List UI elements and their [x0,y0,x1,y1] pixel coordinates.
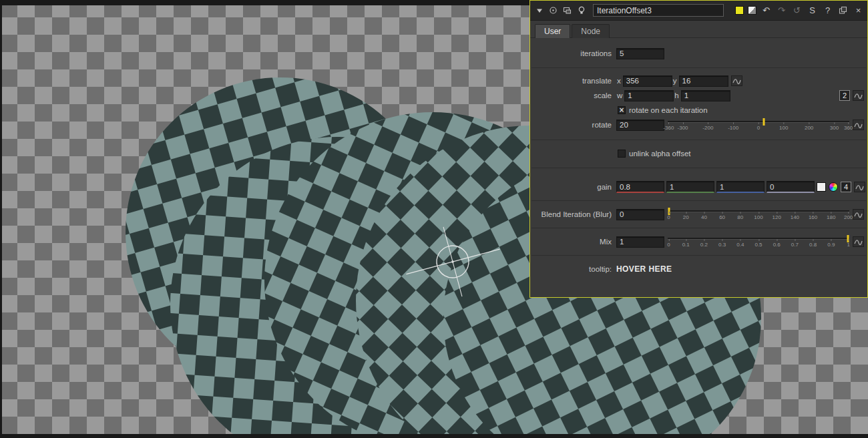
nuke-window: ↶ ↷ ↺ S ? × User Node iterations transla… [0,0,868,438]
tooltip-label: tooltip: [530,265,616,273]
slider-tick: 60 [719,214,725,220]
translate-y-input[interactable] [679,75,728,87]
slider-tick: -360 [663,125,674,131]
slider-tick: 0.6 [773,242,781,248]
slider-tick: -200 [702,125,713,131]
slider-tick: 40 [701,214,707,220]
separator [531,255,866,256]
blend-slider[interactable]: 0 20 40 60 80 100 120 140 160 180 200 [668,208,849,221]
rotate-label: rotate [530,121,616,129]
scale-row: scale w h 2 [530,88,867,103]
panel-tabs: User Node [530,21,867,38]
close-icon[interactable]: × [853,5,864,16]
iterations-row: iterations [530,46,867,61]
rotate-check-row: × rotate on each itaration [530,103,867,118]
slider-tick: 180 [827,214,835,220]
rotate-slider[interactable]: -360 -300 -200 -100 0 100 200 300 360 [668,118,849,132]
gain-a-input[interactable] [767,181,815,193]
slider-tick: 0.4 [736,242,744,248]
slider-tick: 0.1 [682,242,690,248]
gain-g-input[interactable] [666,181,714,193]
scale-w-input[interactable] [624,90,674,101]
rotate-input[interactable] [616,120,664,131]
slider-tick: 0.5 [754,242,762,248]
unlink-alpha-checkbox[interactable]: × [618,150,626,158]
tab-node[interactable]: Node [572,24,610,38]
slider-tick: 360 [844,125,853,131]
slider-tick: 0.7 [791,242,799,248]
node-name-input[interactable] [593,4,724,17]
slider-tick: 80 [737,214,743,220]
slider-tick: 1 [847,242,849,248]
float-window-icon[interactable] [562,5,573,16]
color-sample-swatch[interactable] [817,182,826,192]
gain-label: gain [530,183,616,191]
rotate-each-iteration-checkbox[interactable]: × [618,106,626,114]
slider-tick: 200 [844,214,853,220]
gain-b-input[interactable] [716,181,765,193]
translate-x-axis-label: x [616,77,623,85]
gain-channels-button[interactable]: 4 [841,182,851,192]
unlink-alpha-label: unlink alpha offset [626,150,691,158]
scale-h-input[interactable] [681,90,730,101]
mix-row: Mix 0 0.1 0.2 0.3 0.4 0.5 0.6 0.7 0.8 0.… [530,234,867,249]
node-color-swatch[interactable] [735,6,744,15]
revert-icon[interactable]: ↺ [791,5,803,16]
checkbox-check-icon: × [619,107,624,114]
slider-tick: 0.8 [809,242,817,248]
mix-label: Mix [530,238,616,246]
blend-animation-icon[interactable] [853,209,864,220]
translate-animation-icon[interactable] [731,75,742,86]
blend-input[interactable] [616,209,664,220]
mix-slider[interactable]: 0 0.1 0.2 0.3 0.4 0.5 0.6 0.7 0.8 0.9 1 [668,235,849,248]
slider-tick: 0.3 [718,242,726,248]
translate-label: translate [530,77,616,85]
slider-tick: 0 [667,242,670,248]
mix-input[interactable] [616,236,664,248]
slider-tick: 0.2 [700,242,708,248]
slider-tick: 20 [683,214,689,220]
color-wheel-icon[interactable] [829,182,838,192]
blend-label: Blend Iteration (Blur) [530,210,616,218]
lightbulb-icon[interactable] [576,5,587,16]
titlebar-right-icons: ↶ ↷ ↺ S ? × [735,5,864,16]
rotate-slider-marker[interactable] [763,118,765,126]
separator [531,67,866,68]
tooltip-value[interactable]: HOVER HERE [616,264,672,274]
gain-r-input[interactable] [616,181,664,193]
help-icon[interactable]: ? [822,5,833,16]
panel-color-swatch[interactable] [748,6,756,15]
iterations-input[interactable] [616,48,664,59]
center-node-icon[interactable] [548,5,559,16]
separator [531,168,866,168]
redo-icon[interactable]: ↷ [776,5,787,16]
slider-tick: 140 [791,214,799,220]
translate-x-input[interactable] [623,75,672,87]
slider-tick: 0.9 [827,242,835,248]
tooltip-row: tooltip: HOVER HERE [530,262,867,276]
mix-animation-icon[interactable] [853,236,864,247]
rotate-each-iteration-label: rotate on each itaration [626,106,708,114]
slider-tick: 200 [805,125,813,131]
stack-panels-icon[interactable] [837,5,849,16]
scale-channels-button[interactable]: 2 [839,90,850,101]
slider-tick: -100 [728,125,738,131]
script-button[interactable]: S [807,5,818,16]
slider-tick: 120 [773,214,781,220]
separator [531,200,866,201]
scale-animation-icon[interactable] [853,90,864,101]
slider-tick: 160 [809,214,817,220]
tab-user[interactable]: User [535,24,570,38]
gain-row: gain 4 [530,180,867,194]
separator [531,228,866,228]
iterations-label: iterations [530,49,616,57]
rotate-animation-icon[interactable] [853,120,864,130]
undo-icon[interactable]: ↶ [761,5,772,16]
gain-animation-icon[interactable] [854,182,865,192]
dropdown-icon[interactable] [533,5,545,16]
scale-h-axis-label: h [674,91,680,99]
slider-tick: -300 [678,125,688,131]
blend-row: Blend Iteration (Blur) 0 20 40 60 80 100… [530,207,867,222]
slider-tick: 0 [757,125,760,131]
slider-tick: 300 [830,125,839,131]
